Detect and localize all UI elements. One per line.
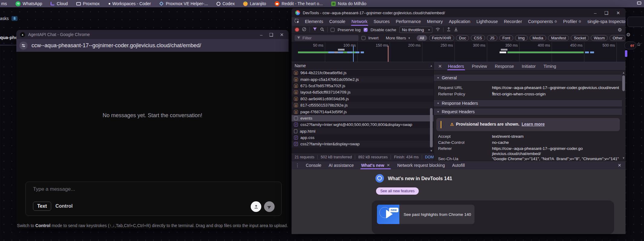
close-button[interactable]: ✕ [280,32,284,37]
preserve-log-label[interactable]: Preserve log [338,28,361,32]
request-row[interactable]: layout-6d5dcff837104709.js [292,89,434,95]
tab-network[interactable]: Network [348,17,371,26]
tab-initiator[interactable]: Initiator [518,62,539,70]
request-row[interactable]: 964-4b221fc0bea6bf9d.js [292,70,434,76]
request-row[interactable]: app.html [292,128,434,134]
clear-button[interactable] [302,27,306,32]
upload-button[interactable] [251,201,261,212]
taskbar-item-proxmox[interactable]: Proxmox [76,1,100,6]
request-row[interactable]: css2?family=Inter&display=swap [292,141,434,147]
request-row[interactable]: 817-cf555015378b292e.js [292,102,434,108]
gear-icon[interactable]: ⚙ [626,32,630,38]
chip-socket[interactable]: Socket [571,35,589,41]
request-list-scrollbar[interactable]: ▲ ▼ [430,70,433,152]
taskbar-item-truncated[interactable]: ms [1,1,7,6]
tab-lighthouse[interactable]: Lighthouse [473,17,501,26]
maximize-button[interactable]: ❑ [604,11,608,15]
chip-fetch-xhr[interactable]: Fetch/XHR [429,35,454,41]
request-row[interactable]: app.css [292,134,434,141]
tab-memory[interactable]: Memory [424,17,446,26]
chip-img[interactable]: Img [515,35,528,41]
close-tab-icon[interactable]: ✕ [387,163,390,167]
site-info-icon[interactable] [19,41,28,50]
search-icon[interactable] [320,27,324,32]
tab-single-spa-inspector[interactable]: single-spa Inspector [584,17,626,26]
close-button[interactable]: ✕ [616,11,620,15]
scroll-up-icon[interactable]: ▲ [430,64,433,67]
response-headers-section-header[interactable]: ▼ Response Headers [434,100,622,107]
chat-url-bar[interactable]: ccw--aqua-pheasant-17--gojnimer-coder.go… [16,39,289,52]
chip-other[interactable]: Other [609,35,626,41]
close-panel-icon[interactable]: ✕ [434,64,444,69]
request-row[interactable]: page-f7687f14a43d5f9f.js [292,108,434,115]
more-filters-button[interactable]: More filters▾ [386,36,410,40]
chat-url[interactable]: ccw--aqua-pheasant-17--gojnimer-coder.go… [31,42,201,49]
chip-media[interactable]: Media [530,35,546,41]
drawer-tab-network-request-blocking[interactable]: Network request blocking [394,161,448,169]
taskbar-item-whatsapp[interactable]: 70 WhatsApp [15,1,42,6]
tab-sources[interactable]: Sources [371,17,393,26]
export-har-icon[interactable] [454,27,458,32]
scroll-up-icon[interactable]: ▲ [622,71,625,74]
taskbar-item-nota[interactable]: Nota do Milhão [331,1,366,6]
highlight-item[interactable]: new See past highlights from Chrome 140 [377,205,474,224]
chip-wasm[interactable]: Wasm [591,35,608,41]
invert-checkbox[interactable] [362,36,365,40]
inspect-element-icon[interactable] [292,19,302,25]
request-row[interactable]: css2?family=Inter:wght@400;500;600;700;8… [292,121,434,128]
tab-application[interactable]: Application [446,17,473,26]
request-row[interactable]: main-app-c5a147b61dc050e2.js [292,76,434,82]
tab-profiler[interactable]: Profiler⚙ [560,17,584,26]
name-column-header[interactable]: Name [292,62,434,70]
message-input[interactable]: Type a message... Text Control [25,182,282,216]
taskbar-item-coder[interactable]: Workspaces - Coder [108,1,151,6]
throttling-dropdown[interactable]: No throttling▾ [399,27,433,33]
chat-titlebar[interactable]: ▲ AgentAPI Chat - Google Chrome – ❑ ✕ [16,30,289,39]
bookmark-star-icon[interactable]: ☆ [636,41,641,48]
minimize-button[interactable]: – [594,11,596,15]
drawer-tab-ai-assistance[interactable]: AI assistance [325,161,357,169]
see-all-features-button[interactable]: See all new features [376,187,419,195]
drawer-menu-icon[interactable]: ⋮ [292,163,302,168]
drawer-tab-console[interactable]: Console [302,161,325,169]
scroll-down-icon[interactable]: ▼ [430,149,433,152]
general-section-header[interactable]: ▼ General [434,74,622,81]
taskbar-item-reddit[interactable]: Reddit - The heart o... [275,1,323,6]
taskbar-item-proxmox-helper[interactable]: Proxmox VE Helper-... [159,1,208,6]
learn-more-link[interactable]: Learn more [522,122,545,127]
drawer-tab-autofill[interactable]: Autofill [448,161,468,169]
tab-performance[interactable]: Performance [393,17,424,26]
disable-cache-label[interactable]: Disable cache [371,28,396,32]
partial-button[interactable] [627,17,644,27]
tab-response[interactable]: Response [491,62,517,70]
tab-headers[interactable]: Headers [444,62,468,70]
control-mode-label[interactable]: Control [55,203,73,209]
close-drawer-icon[interactable]: ✕ [618,163,626,168]
taskbar-item-cloud[interactable]: Cloud [51,1,68,6]
tab-preview[interactable]: Preview [468,62,491,70]
request-row[interactable]: 802-ae9d461c69034d36.js [292,96,434,102]
network-conditions-icon[interactable] [435,27,440,32]
partial-chip[interactable]: er [624,41,636,49]
drawer-tab-whats-new[interactable]: What's new✕ [358,161,394,169]
minimize-button[interactable]: – [260,32,263,37]
tab-timing[interactable]: Timing [540,62,560,70]
filter-toggle-icon[interactable] [313,27,317,32]
request-headers-section-header[interactable]: ▼ Request Headers [434,108,622,115]
tab-elements[interactable]: Elements [302,17,326,26]
taskbar-folder-icon[interactable] [637,2,641,5]
invert-label[interactable]: Invert [368,36,379,40]
request-row-selected[interactable]: events [292,115,434,121]
network-timeline[interactable]: 50 ms 100 ms 150 ms 200 ms 250 ms 300 ms… [292,42,626,62]
filter-input[interactable]: Filter [295,35,358,41]
scroll-down-icon[interactable]: ▼ [622,157,625,160]
headers-scrollbar[interactable]: ▲ ▼ [622,71,625,160]
devtools-titlebar[interactable]: DevTools - ccw--aqua-pheasant-17--gojnim… [292,8,626,17]
chip-manifest[interactable]: Manifest [548,35,569,41]
text-mode-button[interactable]: Text [33,202,51,211]
network-settings-gear-icon[interactable]: ⚙ [618,27,626,33]
request-row[interactable]: 671-5cd7b857ff5a702f.js [292,83,434,89]
send-button[interactable] [264,201,275,212]
disable-cache-checkbox[interactable] [364,28,368,32]
chip-all[interactable]: All [417,35,427,41]
